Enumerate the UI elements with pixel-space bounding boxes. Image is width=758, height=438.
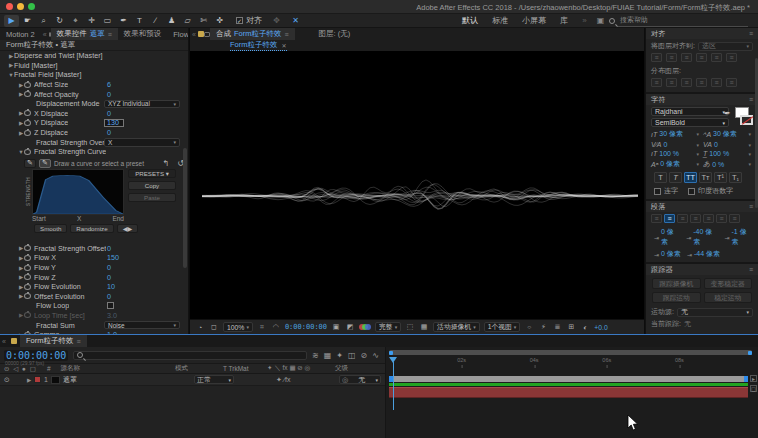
effect-row-y-displace[interactable]: ▶Y Displace130 <box>0 118 188 128</box>
pen-tool-icon[interactable]: ✒ <box>116 15 131 27</box>
camera-widget-icon[interactable]: ✕ <box>288 15 303 27</box>
stroke-color-swatch[interactable] <box>740 115 753 125</box>
distribute-left-icon[interactable]: ≡ <box>696 78 707 87</box>
stopwatch-icon[interactable] <box>24 110 31 116</box>
comp-marker-icon[interactable]: ▸ <box>750 375 757 382</box>
tsume-field[interactable]: あ0 %▾ <box>703 159 753 169</box>
puppet-pin-tool-icon[interactable]: ✜ <box>212 15 227 27</box>
effect-row-fluid-master-[interactable]: ▶Fluid [Master] <box>0 61 188 71</box>
timeline-comp-tab[interactable]: Form粒子特效 ≡ <box>20 335 87 347</box>
presets-button[interactable]: PRESETS ▾ <box>128 169 176 178</box>
smooth-button[interactable]: Smooth <box>34 224 67 233</box>
magnification-select[interactable]: 100%▾ <box>223 322 253 332</box>
pixel-aspect-icon[interactable]: ⌔ <box>524 323 534 332</box>
para-justify-last-left-button[interactable]: ≡ <box>690 214 701 223</box>
effect-panel-scrollbar[interactable] <box>183 148 187 268</box>
composition-viewport[interactable] <box>190 51 644 319</box>
timeline-track-area[interactable]: 02s04s06s08s ▸ ◻ <box>385 347 758 438</box>
param-value[interactable]: 0 <box>107 263 111 272</box>
pan-behind-tool-icon[interactable]: ✛ <box>84 15 99 27</box>
para-align-right-button[interactable]: ≡ <box>677 214 688 223</box>
layer-name[interactable]: 遮罩 <box>63 375 191 385</box>
effect-row-flow-evolution[interactable]: ▶Flow Evolution10 <box>0 282 188 292</box>
work-area-bar[interactable] <box>389 350 752 355</box>
ligatures-checkbox[interactable] <box>654 188 661 195</box>
indent-left-field[interactable]: ⇥0 像素 <box>654 227 680 247</box>
param-value[interactable]: 0 <box>107 244 111 253</box>
snap-checkbox[interactable] <box>236 17 243 24</box>
mini-flowchart-icon[interactable]: ≋ <box>312 351 319 360</box>
param-value[interactable]: 3.0 <box>107 311 117 320</box>
randomize-button[interactable]: Randomize <box>70 224 113 233</box>
distribute-top-icon[interactable]: ≡ <box>651 78 662 87</box>
text-tool-icon[interactable]: T <box>132 15 147 27</box>
param-value[interactable]: 0 <box>107 128 111 137</box>
layer-inout-bar[interactable] <box>389 376 748 382</box>
curve-graph[interactable] <box>32 169 124 215</box>
panel-menu-icon[interactable]: ≡ <box>749 203 753 210</box>
workspace-tab-1[interactable]: 默认 <box>462 15 478 26</box>
stopwatch-icon[interactable] <box>24 120 31 126</box>
paste-button[interactable]: Paste <box>128 193 176 202</box>
nudge-buttons[interactable]: ◀▶ <box>117 224 139 233</box>
distribute-bottom-icon[interactable]: ≡ <box>681 78 692 87</box>
stopwatch-icon[interactable] <box>24 293 31 299</box>
flowchart-icon[interactable]: ⊞ <box>566 323 576 332</box>
stopwatch-icon[interactable] <box>24 91 31 97</box>
tab-effects-presets[interactable]: 效果和预设 <box>118 28 168 40</box>
effect-row-x-displace[interactable]: ▶X Displace0 <box>0 109 188 119</box>
stopwatch-icon[interactable] <box>24 245 31 251</box>
draw-curve-pencil-icon[interactable]: ✎ <box>24 159 36 168</box>
para-align-center-button[interactable]: ≡ <box>664 214 675 223</box>
param-value[interactable]: 0 <box>107 273 111 282</box>
para-align-left-button[interactable]: ≡ <box>651 214 662 223</box>
panel-menu-icon[interactable]: ≡ <box>76 338 80 345</box>
first-line-indent-field[interactable]: ⇥-40 像素 <box>686 227 718 247</box>
close-window-button[interactable] <box>6 3 13 10</box>
param-value[interactable]: 0 <box>107 292 111 301</box>
trkmat-header[interactable]: T TrkMat <box>223 365 263 372</box>
stopwatch-icon[interactable] <box>24 130 31 136</box>
fast-preview-icon[interactable]: ⚡︎ <box>538 323 548 332</box>
align-hcenter-icon[interactable]: ≡ <box>666 53 677 62</box>
source-name-header[interactable]: 源名称 <box>61 364 171 373</box>
para-justify-last-center-button[interactable]: ≡ <box>703 214 714 223</box>
hide-shy-icon[interactable]: ✦ <box>336 351 343 360</box>
zoom-window-button[interactable] <box>28 3 35 10</box>
layer-duration-bar[interactable] <box>389 387 748 398</box>
panel-menu-icon[interactable]: ≡ <box>108 31 112 38</box>
align-vcenter-icon[interactable]: ≡ <box>711 53 722 62</box>
parent-select[interactable]: ◎无▾ <box>339 375 381 384</box>
panel-collapse-chevron[interactable]: « <box>0 338 8 345</box>
param-value-editing[interactable]: 130 <box>104 119 124 128</box>
frame-blend-icon[interactable]: ◫ <box>348 351 356 360</box>
motion-source-select[interactable]: 无▾ <box>677 308 753 317</box>
param-checkbox[interactable] <box>107 302 114 309</box>
mask-visibility-icon[interactable]: ◠ <box>271 323 281 332</box>
effect-row-disperse-and-twist-master-[interactable]: ▶Disperse and Twist [Master] <box>0 51 188 61</box>
mode-header[interactable]: 模式 <box>175 364 219 373</box>
superscript-button[interactable]: T¹ <box>714 172 727 183</box>
tab-layer-viewer[interactable]: 图层: (无) <box>313 28 357 40</box>
align-left-icon[interactable]: ≡ <box>651 53 662 62</box>
align-right-icon[interactable]: ≡ <box>681 53 692 62</box>
param-value[interactable]: 0 <box>107 109 111 118</box>
font-size-field[interactable]: ıT30 像素▾ <box>651 129 701 139</box>
all-caps-button[interactable]: TT <box>684 172 697 183</box>
camera-view-select[interactable]: 活动摄像机▾ <box>433 322 480 332</box>
faux-italic-button[interactable]: T <box>669 172 682 183</box>
panel-collapse-chevron[interactable]: « <box>190 31 198 38</box>
tracker-button-3[interactable]: 跟踪运动 <box>652 292 701 303</box>
panel-menu-icon[interactable]: ≡ <box>749 96 753 103</box>
stopwatch-icon[interactable] <box>24 312 31 318</box>
parent-header[interactable]: 父级 <box>335 364 381 373</box>
baseline-shift-field[interactable]: Aᵃ0 像素▾ <box>651 159 701 169</box>
effect-row-loop-time-sec-[interactable]: ▶Loop Time [sec]3.0 <box>0 311 188 321</box>
draft-3d-icon[interactable]: ▦ <box>324 351 332 360</box>
blend-mode-select[interactable]: 正常▾ <box>194 375 234 384</box>
effect-row-affect-size[interactable]: ▶Affect Size6 <box>0 80 188 90</box>
stopwatch-icon[interactable] <box>24 274 31 280</box>
time-ruler[interactable]: 02s04s06s08s <box>389 357 752 365</box>
timeline-search-input[interactable] <box>73 351 307 360</box>
roto-brush-tool-icon[interactable]: ✄ <box>196 15 211 27</box>
